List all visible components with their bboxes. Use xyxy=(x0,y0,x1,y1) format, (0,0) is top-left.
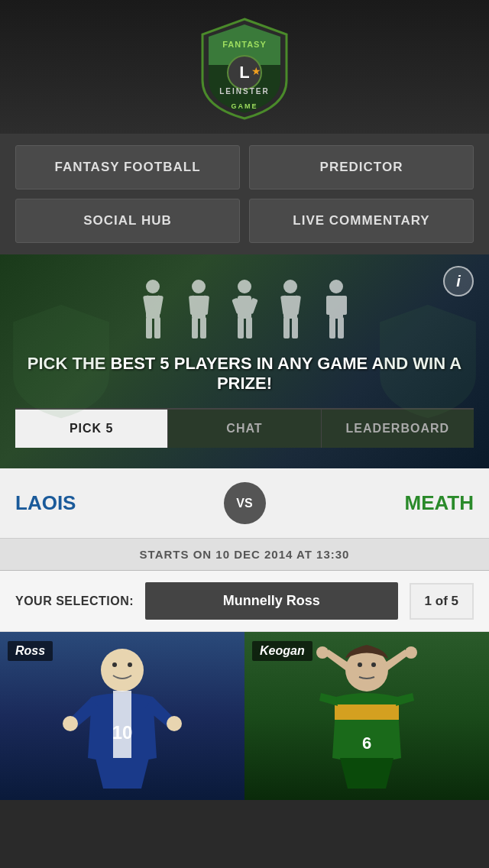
svg-point-47 xyxy=(371,662,376,667)
svg-rect-33 xyxy=(341,296,347,315)
svg-rect-34 xyxy=(329,317,335,338)
nav-grid: FANTASY FOOTBALL PREDICTOR SOCIAL HUB LI… xyxy=(0,134,489,254)
svg-point-41 xyxy=(128,662,132,667)
social-hub-btn[interactable]: SOCIAL HUB xyxy=(15,199,240,243)
svg-rect-28 xyxy=(283,317,290,338)
svg-text:6: 6 xyxy=(362,734,371,753)
svg-point-6 xyxy=(146,280,160,293)
svg-rect-11 xyxy=(154,317,160,338)
svg-rect-35 xyxy=(338,317,344,338)
tabs: PICK 5 CHAT LEADERBOARD xyxy=(15,408,474,448)
player-fig-5 xyxy=(316,277,358,346)
svg-rect-10 xyxy=(146,317,152,338)
selection-count: 1 of 5 xyxy=(410,583,474,620)
live-commentary-btn[interactable]: LIVE COMMENTARY xyxy=(249,199,474,243)
hero-tagline: PICK THE BEST 5 PLAYERS IN ANY GAME AND … xyxy=(15,354,474,394)
predictor-btn[interactable]: PREDICTOR xyxy=(249,145,474,189)
match-date: STARTS ON 10 DEC 2014 AT 13:30 xyxy=(0,538,489,571)
logo-shield: FANTASY L ★ LEINSTER GAME xyxy=(195,15,294,122)
svg-point-24 xyxy=(283,280,297,293)
svg-rect-32 xyxy=(326,296,332,315)
svg-point-39 xyxy=(167,716,182,731)
player-card-ross[interactable]: 10 Ross xyxy=(0,632,244,800)
svg-point-40 xyxy=(112,662,117,667)
fantasy-football-btn[interactable]: FANTASY FOOTBALL xyxy=(15,145,240,189)
svg-text:GAME: GAME xyxy=(232,102,258,110)
selection-label: YOUR SELECTION: xyxy=(15,594,134,608)
svg-point-45 xyxy=(405,646,417,659)
svg-text:★: ★ xyxy=(251,65,261,77)
player-name-keogan: Keogan xyxy=(252,641,313,661)
svg-point-30 xyxy=(329,280,343,293)
match-section: LAOIS VS MEATH STARTS ON 10 DEC 2014 AT … xyxy=(0,468,489,571)
hero-section: i xyxy=(0,254,489,468)
tab-leaderboard[interactable]: LEADERBOARD xyxy=(322,410,474,448)
selection-bar: YOUR SELECTION: Munnelly Ross 1 of 5 xyxy=(0,571,489,632)
player-cards: 10 Ross xyxy=(0,632,489,800)
player-fig-2 xyxy=(178,277,220,346)
header: FANTASY L ★ LEINSTER GAME xyxy=(0,0,489,134)
svg-point-44 xyxy=(316,646,329,659)
tab-chat[interactable]: CHAT xyxy=(168,410,321,448)
info-button[interactable]: i xyxy=(443,266,474,296)
svg-point-38 xyxy=(63,716,78,731)
svg-point-18 xyxy=(238,280,251,293)
match-header: LAOIS VS MEATH xyxy=(0,468,489,538)
svg-rect-22 xyxy=(238,317,244,338)
selected-player[interactable]: Munnelly Ross xyxy=(145,582,398,620)
svg-rect-16 xyxy=(192,317,198,338)
svg-text:LEINSTER: LEINSTER xyxy=(219,87,269,96)
players-silhouette xyxy=(15,270,474,346)
svg-point-46 xyxy=(358,662,362,667)
svg-text:L: L xyxy=(239,63,249,82)
svg-point-12 xyxy=(192,280,206,293)
svg-point-36 xyxy=(101,649,144,691)
player-fig-4 xyxy=(270,277,312,346)
player-fig-3 xyxy=(224,277,266,346)
tab-pick5[interactable]: PICK 5 xyxy=(15,410,168,448)
player-ross-svg: 10 xyxy=(46,636,199,796)
svg-text:10: 10 xyxy=(112,722,133,743)
svg-rect-17 xyxy=(200,317,206,338)
team-home: LAOIS xyxy=(15,491,216,515)
player-name-ross: Ross xyxy=(8,641,53,661)
player-fig-1 xyxy=(132,277,174,346)
player-keogan-svg: 6 xyxy=(290,636,443,796)
svg-rect-29 xyxy=(292,317,298,338)
logo-container: FANTASY L ★ LEINSTER GAME xyxy=(195,15,294,122)
team-away: MEATH xyxy=(274,491,474,515)
svg-rect-23 xyxy=(246,317,252,338)
svg-text:FANTASY: FANTASY xyxy=(222,40,267,49)
vs-indicator: VS xyxy=(224,482,266,524)
player-card-keogan[interactable]: 6 Keogan xyxy=(244,632,489,800)
